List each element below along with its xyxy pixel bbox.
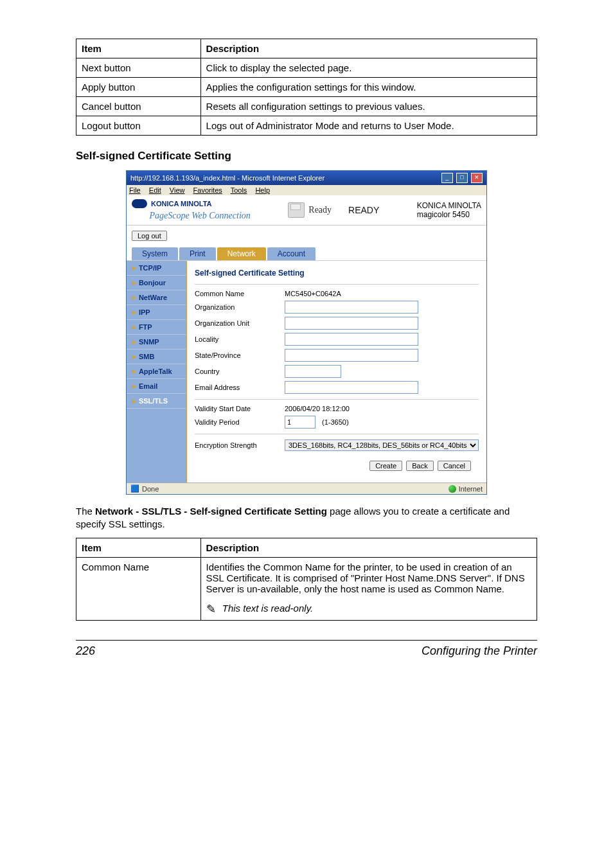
table-row: Common Name Identifies the Common Name f…: [76, 557, 537, 620]
sidebar-item-tcpip[interactable]: ►TCP/IP: [127, 261, 186, 276]
km-logo-icon: [132, 199, 147, 208]
menu-view[interactable]: View: [170, 186, 185, 194]
email-label: Email Address: [195, 384, 278, 391]
section-heading: Self-signed Certificate Setting: [76, 150, 537, 163]
th-item: Item: [76, 538, 201, 557]
close-icon[interactable]: ✕: [471, 173, 483, 183]
tab-bar: System Print Network Account: [127, 247, 486, 260]
country-label: Country: [195, 368, 278, 375]
validity-start-label: Validity Start Date: [195, 405, 278, 412]
tab-account[interactable]: Account: [267, 247, 315, 260]
item-description-table-1: Item Description Next button Click to di…: [76, 39, 537, 136]
window-buttons: _ □ ✕: [440, 173, 483, 183]
item-description-table-2: Item Description Common Name Identifies …: [76, 538, 537, 621]
sidebar: ►TCP/IP ►Bonjour ►NetWare ►IPP ►FTP ►SNM…: [127, 261, 187, 483]
menu-help[interactable]: Help: [255, 186, 270, 194]
note-icon: ✎: [206, 603, 216, 616]
locality-input[interactable]: [285, 333, 418, 346]
cell-item: Common Name: [76, 557, 201, 620]
sidebar-item-email[interactable]: ►Email: [127, 379, 186, 394]
cell-desc: Identifies the Common Name for the print…: [200, 557, 537, 620]
status-zone: Internet: [459, 485, 483, 493]
menu-edit[interactable]: Edit: [149, 186, 161, 194]
status-area: Ready READY: [288, 202, 379, 218]
chevron-right-icon: ►: [130, 338, 138, 346]
common-name-value: MC5450+C0642A: [285, 290, 341, 297]
orgunit-input[interactable]: [285, 317, 418, 330]
internet-icon: [449, 485, 456, 493]
minimize-icon[interactable]: _: [441, 173, 453, 183]
maximize-icon[interactable]: □: [456, 173, 468, 183]
done-icon: 🟦: [130, 484, 139, 493]
chevron-right-icon: ►: [130, 397, 138, 405]
pagescope-label: PageScope Web Connection: [132, 211, 251, 221]
common-name-label: Common Name: [195, 290, 278, 297]
chevron-right-icon: ►: [130, 382, 138, 390]
validity-period-label: Validity Period: [195, 418, 278, 426]
table-row: Next button Click to display the selecte…: [76, 58, 537, 78]
orgunit-label: Organization Unit: [195, 319, 278, 327]
encryption-select[interactable]: 3DES_168bits, RC4_128bits, DES_56bits or…: [285, 439, 479, 451]
sidebar-item-netware[interactable]: ►NetWare: [127, 290, 186, 305]
chevron-right-icon: ►: [130, 323, 138, 331]
th-desc: Description: [200, 538, 537, 557]
table-row: Cancel button Resets all configuration s…: [76, 97, 537, 116]
validity-period-input[interactable]: [285, 416, 315, 429]
sidebar-item-smb[interactable]: ►SMB: [127, 350, 186, 364]
sidebar-item-ssltls[interactable]: ►SSL/TLS: [127, 394, 186, 409]
window-titlebar: http://192.168.1.193/a_index.html - Micr…: [127, 171, 486, 185]
back-button[interactable]: Back: [406, 461, 433, 471]
logo-area: KONICA MINOLTA PageScope Web Connection: [132, 199, 251, 221]
sidebar-item-snmp[interactable]: ►SNMP: [127, 335, 186, 350]
status-bar: 🟦Done Internet: [127, 483, 486, 494]
chevron-right-icon: ►: [130, 308, 138, 316]
chevron-right-icon: ►: [130, 353, 138, 360]
cancel-button[interactable]: Cancel: [438, 461, 471, 471]
organization-input[interactable]: [285, 301, 418, 314]
printer-icon: [288, 202, 305, 218]
logout-button[interactable]: Log out: [132, 231, 167, 241]
menu-bar: File Edit View Favorites Tools Help: [127, 185, 486, 195]
tab-network[interactable]: Network: [217, 247, 266, 260]
sidebar-item-bonjour[interactable]: ►Bonjour: [127, 276, 186, 290]
locality-label: Locality: [195, 335, 278, 343]
browser-screenshot: http://192.168.1.193/a_index.html - Micr…: [126, 170, 487, 495]
sidebar-item-appletalk[interactable]: ►AppleTalk: [127, 364, 186, 379]
chevron-right-icon: ►: [130, 279, 138, 287]
chevron-right-icon: ►: [130, 368, 138, 375]
window-title: http://192.168.1.193/a_index.html - Micr…: [130, 174, 324, 182]
page-number: 226: [76, 644, 95, 658]
validity-start-value: 2006/04/20 18:12:00: [285, 405, 350, 412]
main-panel: Self-signed Certificate Setting Common N…: [187, 261, 486, 483]
tab-system[interactable]: System: [132, 247, 178, 260]
chevron-right-icon: ►: [130, 294, 138, 301]
encryption-label: Encryption Strength: [195, 441, 278, 449]
email-input[interactable]: [285, 381, 418, 394]
sidebar-item-ftp[interactable]: ►FTP: [127, 320, 186, 335]
table-row: Logout button Logs out of Administrator …: [76, 116, 537, 136]
th-desc: Description: [200, 39, 537, 58]
state-input[interactable]: [285, 349, 418, 362]
state-label: State/Province: [195, 351, 278, 359]
country-input[interactable]: [285, 365, 341, 378]
km-brand: KONICA MINOLTA: [151, 200, 212, 208]
create-button[interactable]: Create: [369, 461, 402, 471]
tab-print[interactable]: Print: [179, 247, 216, 260]
menu-tools[interactable]: Tools: [231, 186, 247, 194]
menu-favorites[interactable]: Favorites: [193, 186, 222, 194]
intro-paragraph: The Network - SSL/TLS - Self-signed Cert…: [76, 505, 537, 531]
organization-label: Organization: [195, 303, 278, 311]
hand-icon: [132, 212, 146, 221]
chevron-right-icon: ►: [130, 264, 138, 272]
device-info: KONICA MINOLTA magicolor 5450: [417, 201, 481, 219]
sidebar-item-ipp[interactable]: ►IPP: [127, 305, 186, 320]
page-footer: 226 Configuring the Printer: [76, 640, 537, 658]
footer-title: Configuring the Printer: [422, 644, 537, 658]
note-text: This text is read-only.: [222, 602, 313, 613]
menu-file[interactable]: File: [129, 186, 141, 194]
th-item: Item: [76, 39, 201, 58]
status-done: Done: [142, 485, 159, 493]
table-row: Apply button Applies the configuration s…: [76, 78, 537, 97]
panel-title: Self-signed Certificate Setting: [195, 269, 479, 278]
validity-period-range: (1-3650): [322, 418, 349, 426]
